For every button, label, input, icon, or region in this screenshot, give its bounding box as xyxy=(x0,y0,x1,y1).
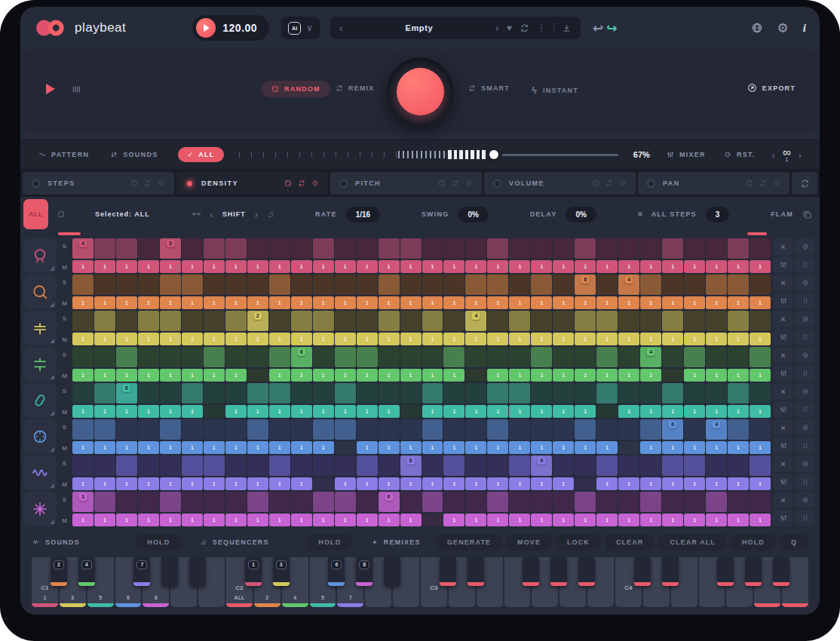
density-step[interactable]: 6 xyxy=(291,347,312,367)
density-step[interactable]: 4 xyxy=(706,419,727,440)
density-step[interactable] xyxy=(225,238,247,259)
density-step[interactable] xyxy=(596,383,618,403)
step-cell[interactable]: 1 xyxy=(313,441,334,454)
step-cell[interactable]: 1 xyxy=(684,405,705,418)
density-step[interactable] xyxy=(531,311,552,331)
black-key[interactable] xyxy=(578,557,595,586)
density-step[interactable] xyxy=(269,492,290,512)
step-cell[interactable]: 1 xyxy=(138,441,159,454)
step-cell[interactable]: 1 xyxy=(400,333,422,345)
density-step[interactable] xyxy=(531,419,552,440)
density-step[interactable] xyxy=(225,455,247,476)
density-step[interactable] xyxy=(728,419,749,440)
step-cell[interactable]: 1 xyxy=(357,260,378,273)
step-cell[interactable]: 1 xyxy=(269,260,290,273)
track-mixer-button[interactable] xyxy=(773,510,793,526)
density-step[interactable] xyxy=(640,419,661,440)
step-cell[interactable]: 1 xyxy=(225,260,247,273)
tab-density[interactable]: DENSITY xyxy=(176,172,328,195)
step-cell[interactable]: 1 xyxy=(160,333,181,345)
step-cell[interactable]: 1 xyxy=(335,369,356,382)
step-cell[interactable]: 1 xyxy=(553,296,574,309)
step-cell[interactable]: 1 xyxy=(662,296,683,309)
density-step[interactable] xyxy=(487,492,508,512)
density-step[interactable] xyxy=(422,419,443,440)
step-cell[interactable]: 1 xyxy=(553,260,574,273)
step-cell[interactable] xyxy=(662,369,683,382)
density-step[interactable] xyxy=(684,455,705,476)
step-cell[interactable]: 1 xyxy=(509,296,530,309)
density-step[interactable] xyxy=(94,383,115,403)
density-step[interactable] xyxy=(553,383,574,403)
density-step[interactable]: 4 xyxy=(640,347,661,367)
step-cell[interactable]: 1 xyxy=(575,441,596,454)
density-step[interactable] xyxy=(204,492,225,512)
step-cell[interactable]: 1 xyxy=(182,514,203,526)
step-cell[interactable]: 1 xyxy=(706,260,727,273)
density-step[interactable] xyxy=(662,311,683,331)
density-step[interactable] xyxy=(509,238,530,259)
density-step[interactable] xyxy=(706,311,727,331)
step-cell[interactable]: 1 xyxy=(313,369,334,382)
step-cell[interactable]: 1 xyxy=(94,477,115,490)
step-cell[interactable]: 1 xyxy=(618,405,639,418)
density-step[interactable] xyxy=(247,455,268,476)
density-step[interactable] xyxy=(182,383,203,403)
step-cell[interactable]: 1 xyxy=(379,405,400,418)
track-solo-button[interactable] xyxy=(795,347,815,363)
hold-button[interactable]: HOLD xyxy=(308,534,351,551)
density-step[interactable] xyxy=(160,419,181,440)
step-cell[interactable]: 1 xyxy=(422,369,443,382)
density-step[interactable] xyxy=(72,347,94,367)
density-step[interactable] xyxy=(509,383,530,403)
density-step[interactable] xyxy=(182,419,203,440)
step-cell[interactable]: 1 xyxy=(443,441,464,454)
density-step[interactable] xyxy=(596,311,618,331)
track-clear-button[interactable]: × xyxy=(773,347,793,363)
step-cell[interactable]: 1 xyxy=(684,477,705,490)
track-icon-hihat-closed-icon[interactable] xyxy=(23,311,57,345)
instant-button[interactable]: ϟ INSTANT xyxy=(532,84,578,96)
slider-knob[interactable] xyxy=(489,150,498,159)
density-step[interactable] xyxy=(204,238,225,259)
tempo-play-icon[interactable] xyxy=(196,18,216,38)
step-cell[interactable]: 1 xyxy=(94,333,115,345)
all-filter-button[interactable]: ✓ ALL xyxy=(178,147,225,162)
density-step[interactable] xyxy=(72,274,94,295)
density-step[interactable] xyxy=(575,492,596,512)
density-step[interactable]: 6 xyxy=(116,383,137,403)
shift-range-icon[interactable] xyxy=(192,210,201,219)
step-cell[interactable]: 1 xyxy=(728,477,749,490)
density-step[interactable] xyxy=(553,455,574,476)
track-drag-handle[interactable] xyxy=(795,365,815,382)
density-step[interactable] xyxy=(662,274,683,295)
step-cell[interactable]: 1 xyxy=(335,333,356,345)
density-step[interactable] xyxy=(379,311,400,331)
step-cell[interactable]: 1 xyxy=(465,441,486,454)
loop-icon[interactable] xyxy=(144,179,152,187)
density-step[interactable] xyxy=(204,455,225,476)
loop-icon[interactable] xyxy=(298,179,305,187)
density-step[interactable] xyxy=(487,383,508,403)
globe-icon[interactable] xyxy=(751,22,763,34)
bpm-control[interactable]: 120.00 xyxy=(192,15,269,41)
step-cell[interactable]: 1 xyxy=(94,296,115,309)
step-cell[interactable]: 1 xyxy=(72,333,94,345)
track-icon-kick-drum-icon[interactable] xyxy=(23,238,57,273)
step-cell[interactable]: 1 xyxy=(357,477,378,490)
density-step[interactable] xyxy=(443,383,464,403)
density-step[interactable] xyxy=(357,238,378,259)
step-cell[interactable]: 1 xyxy=(487,260,508,273)
smart-button[interactable]: SMART xyxy=(468,84,510,92)
density-step[interactable]: 2 xyxy=(247,311,268,331)
step-cell[interactable]: 1 xyxy=(509,477,530,490)
density-step[interactable] xyxy=(160,347,181,367)
track-drag-handle[interactable] xyxy=(795,256,815,273)
density-step[interactable] xyxy=(750,492,771,512)
step-cell[interactable]: 1 xyxy=(291,296,312,309)
density-step[interactable] xyxy=(553,274,574,295)
density-step[interactable] xyxy=(750,311,771,331)
step-cell[interactable]: 1 xyxy=(313,260,334,273)
density-step[interactable] xyxy=(465,347,486,367)
black-key[interactable] xyxy=(523,557,539,586)
